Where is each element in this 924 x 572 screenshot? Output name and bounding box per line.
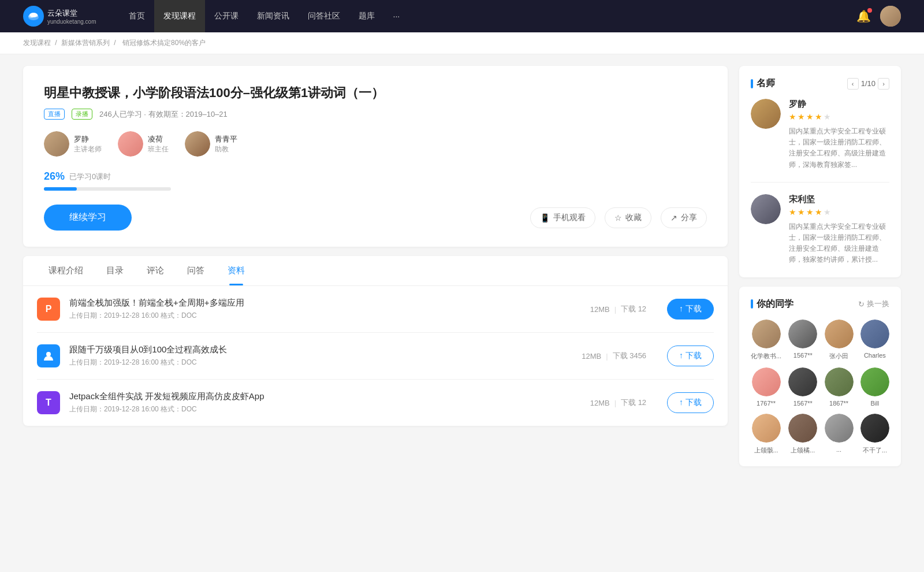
classmate-5[interactable]: 1567** [788, 367, 817, 407]
classmate-0-name: 化学教书... [751, 352, 781, 361]
nav-more[interactable]: ··· [384, 0, 409, 32]
classmate-8[interactable]: 上颌骸... [751, 414, 781, 455]
classmate-10-name: ... [836, 446, 841, 453]
sidebar-teacher-0-stars: ★ ★ ★ ★ ★ [789, 112, 889, 121]
classmate-6-avatar [825, 367, 854, 396]
tab-catalog[interactable]: 目录 [95, 256, 135, 285]
progress-bar-bg [44, 187, 171, 191]
continue-study-button[interactable]: 继续学习 [44, 205, 132, 231]
share-button[interactable]: ↗ 分享 [661, 207, 707, 228]
progress-bar-fill [44, 187, 77, 191]
resource-meta-1: 上传日期：2019-12-28 16:00 格式：DOC [69, 358, 561, 367]
tabs-nav: 课程介绍 目录 评论 问答 资料 [23, 256, 728, 286]
nav-quiz[interactable]: 题库 [349, 0, 384, 32]
classmate-5-avatar [788, 367, 817, 396]
badge-record: 录播 [72, 109, 92, 120]
teacher-1-name: 凌荷 [148, 134, 169, 144]
download-button-1[interactable]: ↑ 下载 [667, 346, 714, 366]
classmate-2-name: 张小田 [829, 352, 848, 361]
teacher-0-name: 罗静 [74, 134, 102, 144]
classmate-7[interactable]: Bill [860, 367, 889, 407]
classmate-1-name: 1567** [793, 352, 813, 359]
teacher-0-role: 主讲老师 [74, 144, 102, 154]
favorite-button[interactable]: ☆ 收藏 [605, 207, 651, 228]
classmate-2[interactable]: 张小田 [824, 320, 853, 361]
mobile-watch-button[interactable]: 📱 手机观看 [530, 207, 595, 228]
classmate-0-avatar [752, 320, 781, 348]
course-actions: 继续学习 📱 手机观看 ☆ 收藏 ↗ 分享 [44, 205, 707, 231]
resource-info-0: 前端全栈加强版！前端全栈+全周期+多端应用 上传日期：2019-12-28 16… [69, 298, 569, 321]
classmate-3[interactable]: Charles [860, 320, 889, 361]
resource-stats-1: 12MB | 下载 3456 [582, 351, 646, 361]
course-card: 明星中教授课，小学阶段语法100分–强化级第1讲动词（一） 直播 录播 246人… [23, 66, 728, 247]
classmate-1[interactable]: 1567** [788, 320, 817, 361]
prev-page-button[interactable]: ‹ [847, 78, 859, 90]
classmate-9-avatar [788, 414, 817, 443]
classmates-sidebar-card: 你的同学 ↻ 换一换 化学教书... 1567** [739, 287, 901, 466]
classmate-10-avatar [825, 414, 854, 443]
resource-name-0: 前端全栈加强版！前端全栈+全周期+多端应用 [69, 298, 569, 309]
breadcrumb: 发现课程 / 新媒体营销系列 / 销冠修炼术搞定80%的客户 [0, 32, 924, 54]
classmate-5-name: 1567** [793, 400, 813, 407]
resources-list: P 前端全栈加强版！前端全栈+全周期+多端应用 上传日期：2019-12-28 … [23, 286, 728, 426]
resource-item-0: P 前端全栈加强版！前端全栈+全周期+多端应用 上传日期：2019-12-28 … [37, 286, 714, 333]
classmate-1-avatar [788, 320, 817, 348]
classmate-6[interactable]: 1867** [824, 367, 853, 407]
breadcrumb-discover[interactable]: 发现课程 [23, 39, 51, 47]
course-meta: 直播 录播 246人已学习 · 有效期至：2019–10–21 [44, 109, 707, 120]
classmate-3-avatar [860, 320, 889, 348]
resource-icon-1 [37, 344, 60, 367]
sidebar-teacher-0-desc: 国内某重点大学安全工程专业硕士，国家一级注册消防工程师、注册安全工程师、高级注册… [789, 126, 889, 170]
main-layout: 明星中教授课，小学阶段语法100分–强化级第1讲动词（一） 直播 录播 246人… [0, 54, 924, 487]
nav-home[interactable]: 首页 [120, 0, 154, 32]
sidebar-teacher-1-name: 宋利坚 [789, 194, 889, 205]
classmate-10[interactable]: ... [824, 414, 853, 455]
notification-bell[interactable]: 🔔 [856, 9, 871, 23]
nav-discover[interactable]: 发现课程 [154, 0, 205, 32]
user-avatar[interactable] [880, 6, 901, 27]
tab-intro[interactable]: 课程介绍 [37, 256, 95, 285]
progress-study: 已学习0课时 [69, 172, 111, 182]
nav-qa[interactable]: 问答社区 [299, 0, 349, 32]
nav-public[interactable]: 公开课 [205, 0, 248, 32]
content-area: 明星中教授课，小学阶段语法100分–强化级第1讲动词（一） 直播 录播 246人… [23, 66, 728, 476]
classmate-6-name: 1867** [829, 400, 848, 407]
resource-name-1: 跟随千万级项目从0到100全过程高效成长 [69, 344, 561, 355]
classmate-11-name: 不干了... [863, 446, 887, 455]
page-indicator: 1/10 [861, 79, 875, 88]
classmate-11-avatar [860, 414, 889, 443]
classmate-2-avatar [825, 320, 854, 348]
tabs-card: 课程介绍 目录 评论 问答 资料 P 前端全栈加强版！前端全栈+全周期+多端应用… [23, 256, 728, 426]
refresh-classmates-button[interactable]: ↻ 换一换 [858, 299, 889, 309]
classmate-0[interactable]: 化学教书... [751, 320, 781, 361]
classmate-11[interactable]: 不干了... [860, 414, 889, 455]
tab-qa[interactable]: 问答 [176, 256, 216, 285]
sidebar-teacher-0-avatar [751, 99, 781, 129]
sidebar-teacher-1: 宋利坚 ★ ★ ★ ★ ★ 国内某重点大学安全工程专业硕士，国家一级注册消防工程… [751, 194, 889, 266]
sidebar: 名师 ‹ 1/10 › 罗静 ★ ★ ★ ★ [739, 66, 901, 476]
teacher-1-avatar [118, 131, 143, 157]
progress-section: 26% 已学习0课时 [44, 170, 707, 191]
resource-meta-2: 上传日期：2019-12-28 16:00 格式：DOC [69, 404, 569, 414]
logo-sub: yunduoketang.com [47, 18, 96, 25]
next-page-button[interactable]: › [878, 78, 889, 90]
download-button-2[interactable]: ↑ 下载 [667, 392, 714, 413]
avatar-image [880, 6, 901, 27]
breadcrumb-series[interactable]: 新媒体营销系列 [61, 39, 110, 47]
nav-news[interactable]: 新闻资讯 [248, 0, 299, 32]
resource-icon-2: T [37, 391, 60, 414]
teacher-2-name: 青青平 [215, 134, 237, 144]
notification-dot [867, 8, 872, 13]
classmate-4-avatar [752, 367, 781, 396]
classmate-4[interactable]: 1767** [751, 367, 781, 407]
tab-resources[interactable]: 资料 [216, 256, 256, 285]
resource-info-2: Jetpack全组件实战 开发短视频应用高仿皮皮虾App 上传日期：2019-1… [69, 391, 569, 414]
teachers-sidebar-card: 名师 ‹ 1/10 › 罗静 ★ ★ ★ ★ [739, 66, 901, 277]
svg-point-4 [46, 352, 51, 356]
classmate-4-name: 1767** [757, 400, 776, 407]
resource-info-1: 跟随千万级项目从0到100全过程高效成长 上传日期：2019-12-28 16:… [69, 344, 561, 367]
tab-review[interactable]: 评论 [135, 256, 176, 285]
download-button-0[interactable]: ↑ 下载 [667, 299, 714, 320]
classmate-9[interactable]: 上颌橘... [788, 414, 817, 455]
logo[interactable]: 云朵课堂 yunduoketang.com [23, 6, 96, 27]
